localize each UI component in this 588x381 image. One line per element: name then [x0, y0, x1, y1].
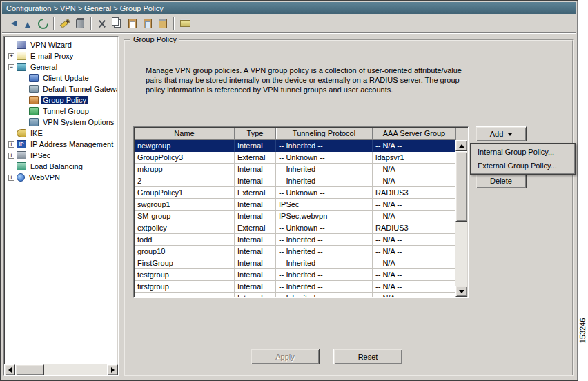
table-cell: ldapsvr1 — [373, 152, 455, 164]
sidebar-item-client-update[interactable]: Client Update — [6, 72, 117, 84]
sidebar-item-label: E-mail Proxy — [29, 52, 75, 60]
column-header-tunneling-protocol[interactable]: Tunneling Protocol — [276, 128, 373, 140]
triangle-up-icon — [459, 141, 464, 148]
table-row[interactable]: FirstGroupInternal-- Inherited ---- N/A … — [135, 257, 456, 269]
table-cell: -- N/A -- — [373, 281, 455, 293]
table-row[interactable]: GroupPolicy1External-- Unknown --RADIUS3 — [135, 187, 456, 199]
webvpn-icon — [17, 173, 25, 182]
table-row[interactable]: newgroupInternal-- Inherited ---- N/A -- — [135, 140, 456, 152]
table-cell: -- N/A -- — [373, 164, 455, 175]
scroll-right-button[interactable] — [107, 364, 118, 375]
table-cell: -- N/A -- — [373, 246, 455, 257]
toolbar — [2, 14, 576, 33]
add-button[interactable]: Add — [476, 126, 527, 141]
ip-icon — [17, 140, 26, 148]
table-row[interactable]: SM-groupInternalIPSec,webvpn-- N/A -- — [135, 211, 456, 222]
sidebar-item-ip-address-management[interactable]: +IP Address Management — [6, 139, 117, 150]
print-icon[interactable] — [177, 16, 193, 31]
table-cell: -- Inherited -- — [276, 281, 373, 293]
scroll-down-button[interactable] — [455, 286, 467, 297]
table-vertical-scrollbar[interactable] — [455, 140, 467, 297]
table-row[interactable]: 2Internal-- Inherited ---- N/A -- — [135, 175, 456, 187]
sidebar-item-label: IP Address Management — [29, 140, 115, 148]
sidebar-item-e-mail-proxy[interactable]: +E-mail Proxy — [6, 50, 117, 61]
refresh-icon[interactable] — [35, 16, 50, 31]
cut-icon[interactable] — [95, 16, 110, 31]
sidebar-item-load-balancing[interactable]: Load Balancing — [6, 161, 117, 172]
table-cell: -- Inherited -- — [276, 246, 373, 257]
sidebar-item-label: VPN System Options — [41, 118, 115, 126]
sidebar-item-webvpn[interactable]: +WebVPN — [6, 172, 117, 183]
clipboard-icon[interactable] — [155, 16, 170, 31]
table-cell: -- Inherited -- — [276, 175, 373, 187]
sidebar-item-default-tunnel-gateway[interactable]: Default Tunnel Gateway — [6, 84, 117, 95]
general-icon — [17, 63, 26, 71]
sidebar-item-group-policy[interactable]: Group Policy — [6, 95, 117, 106]
paste-special-icon[interactable] — [140, 16, 155, 31]
table-header-row: Name Type Tunneling Protocol AAA Server … — [135, 128, 467, 140]
edit-icon[interactable] — [57, 16, 72, 31]
table-row[interactable]: testgroupInternal-- Inherited ---- N/A -… — [135, 269, 456, 281]
table-cell: Internal — [235, 246, 276, 257]
sidebar-item-ike[interactable]: IKE — [6, 128, 117, 139]
table-cell: External — [235, 152, 276, 164]
sidebar-item-vpn-wizard[interactable]: VPN Wizard — [6, 39, 117, 50]
group-policy-panel: Group Policy Manage VPN group policies. … — [124, 39, 574, 376]
sidebar-item-label: Tunnel Group — [41, 107, 90, 115]
table-row[interactable]: Internal-- Inherited ---- N/A -- — [135, 293, 456, 297]
client-update-icon — [29, 74, 39, 82]
go-up-icon[interactable] — [20, 16, 35, 31]
scrollbar-thumb[interactable] — [15, 364, 44, 375]
table-row[interactable]: GroupPolicy3External-- Unknown --ldapsvr… — [135, 152, 456, 164]
scroll-up-button[interactable] — [455, 140, 467, 151]
go-back-icon[interactable] — [5, 16, 20, 31]
delete-button[interactable]: Delete — [476, 173, 527, 188]
description-line: pairs that may be stored internally on t… — [146, 75, 462, 85]
table-cell: RADIUS3 — [373, 187, 455, 199]
description-line: policy information is referenced by VPN … — [146, 85, 462, 95]
column-header-type[interactable]: Type — [235, 128, 276, 140]
sidebar-item-general[interactable]: −General — [6, 61, 117, 72]
table-row[interactable]: firstgroupInternal-- Inherited ---- N/A … — [135, 281, 456, 293]
sidebar-item-vpn-system-options[interactable]: VPN System Options — [6, 117, 117, 128]
table-row[interactable]: toddInternal-- Inherited ---- N/A -- — [135, 234, 456, 246]
sidebar-item-tunnel-group[interactable]: Tunnel Group — [6, 106, 117, 117]
table-row[interactable]: extpolicyExternal-- Unknown --RADIUS3 — [135, 222, 456, 234]
sidebar-horizontal-scrollbar[interactable] — [4, 364, 118, 375]
reset-button[interactable]: Reset — [333, 349, 402, 364]
add-menu: Internal Group Policy...External Group P… — [470, 143, 576, 175]
column-header-name[interactable]: Name — [135, 128, 235, 140]
table-row[interactable]: mkruppInternal-- Inherited ---- N/A -- — [135, 164, 456, 175]
table-cell: extpolicy — [135, 222, 235, 234]
table-cell: -- Inherited -- — [276, 293, 373, 297]
table-cell: group10 — [135, 246, 235, 257]
column-header-aaa-server-group[interactable]: AAA Server Group — [373, 128, 456, 140]
copy-icon[interactable] — [110, 16, 125, 31]
plus-expander-icon[interactable]: + — [8, 53, 14, 59]
table-row[interactable]: group10Internal-- Inherited ---- N/A -- — [135, 246, 456, 257]
plus-expander-icon[interactable]: + — [8, 175, 14, 181]
sidebar-item-label: Client Update — [41, 74, 90, 82]
table-cell: Internal — [235, 164, 276, 175]
table-cell: newgroup — [135, 140, 235, 152]
plus-expander-icon[interactable]: + — [8, 141, 14, 148]
table-cell: SM-group — [135, 211, 235, 222]
table-row[interactable]: swgroup1InternalIPSec-- N/A -- — [135, 199, 456, 211]
scrollbar-thumb[interactable] — [455, 151, 467, 222]
table-cell: IPSec — [276, 199, 373, 211]
table-cell: -- N/A -- — [373, 199, 455, 211]
menu-item-external-group-policy[interactable]: External Group Policy... — [471, 159, 575, 173]
breadcrumb: Configuration > VPN > General > Group Po… — [6, 4, 164, 12]
menu-item-internal-group-policy[interactable]: Internal Group Policy... — [471, 145, 575, 159]
scroll-left-button[interactable] — [4, 364, 15, 375]
plus-expander-icon[interactable]: + — [8, 153, 14, 159]
delete-icon[interactable] — [72, 16, 88, 31]
minus-expander-icon[interactable]: − — [8, 64, 14, 70]
apply-button[interactable]: Apply — [251, 349, 320, 364]
paste-icon[interactable] — [125, 16, 140, 31]
sidebar-item-label: IPSec — [29, 151, 52, 159]
sidebar-item-label: Default Tunnel Gateway — [41, 85, 117, 93]
table-cell: swgroup1 — [135, 199, 235, 211]
sidebar-item-ipsec[interactable]: +IPSec — [6, 150, 117, 161]
table-cell: -- N/A -- — [373, 257, 455, 269]
